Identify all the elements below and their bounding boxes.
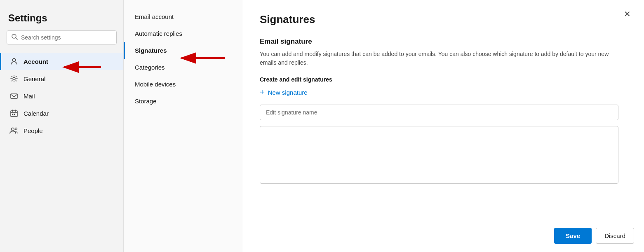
sidebar-item-account-label: Account [24,58,48,65]
search-box[interactable] [7,30,117,44]
sidebar-item-general-label: General [24,75,45,82]
menu-item-storage[interactable]: Storage [124,93,243,110]
sidebar-item-calendar-label: Calendar [24,110,49,117]
sidebar-item-people-label: People [24,127,43,134]
svg-point-2 [12,58,16,62]
signature-body-textarea[interactable] [260,126,618,184]
sidebar-title: Settings [0,8,123,30]
svg-point-9 [15,128,17,130]
main-content: ✕ Signatures Email signature You can add… [243,0,644,252]
svg-line-1 [16,38,17,40]
sidebar-item-mail[interactable]: Mail [0,87,123,105]
menu-item-categories[interactable]: Categories [124,59,243,76]
plus-icon: + [260,88,265,97]
sidebar-item-calendar[interactable]: Calendar [0,105,123,122]
menu-item-mobile-devices[interactable]: Mobile devices [124,76,243,93]
new-signature-button[interactable]: + New signature [260,88,308,97]
sidebar: Settings Account General [0,0,124,252]
search-icon [11,33,18,42]
page-title: Signatures [260,13,628,26]
footer-buttons: Save Discard [554,228,634,244]
svg-rect-7 [14,114,15,115]
sidebar-item-people[interactable]: People [0,122,123,139]
sidebar-item-account[interactable]: Account [0,53,123,70]
sidebar-item-general[interactable]: General [0,70,123,87]
menu-item-signatures[interactable]: Signatures [124,42,243,59]
signature-name-input[interactable] [260,105,618,120]
people-icon [9,126,19,135]
search-input[interactable] [21,34,112,41]
svg-rect-6 [12,114,13,115]
discard-button[interactable]: Discard [596,228,634,244]
gear-icon [9,74,19,83]
email-signature-desc: You can add and modify signatures that c… [260,50,618,67]
close-button[interactable]: ✕ [620,8,634,20]
menu-item-email-account[interactable]: Email account [124,8,243,25]
sidebar-item-mail-label: Mail [24,93,35,100]
person-icon [9,57,19,66]
svg-point-8 [12,128,14,131]
new-signature-label: New signature [268,89,308,96]
calendar-icon [9,109,19,118]
save-button[interactable]: Save [554,228,592,244]
middle-panel: Email account Automatic replies Signatur… [124,0,243,252]
email-signature-title: Email signature [260,37,628,46]
envelope-icon [9,91,19,100]
create-edit-label: Create and edit signatures [260,76,628,83]
svg-point-3 [13,77,15,80]
svg-rect-4 [11,94,17,98]
menu-item-automatic-replies[interactable]: Automatic replies [124,25,243,42]
